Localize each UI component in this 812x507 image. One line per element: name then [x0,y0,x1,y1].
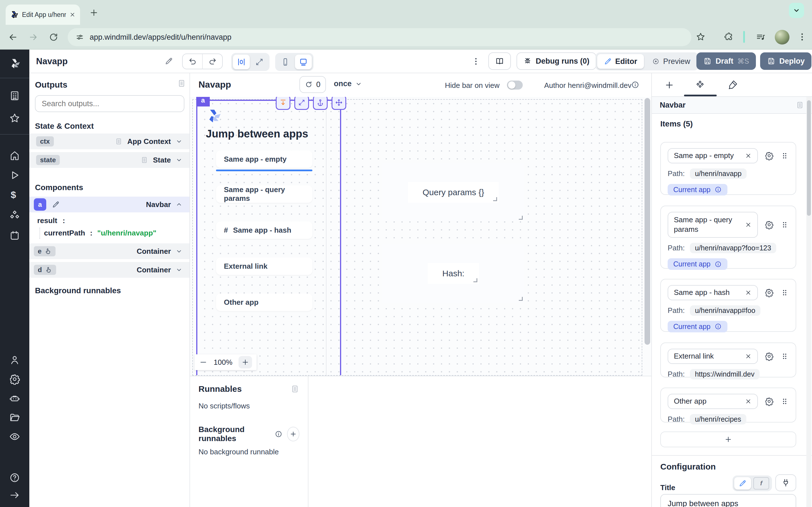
folders-icon[interactable] [9,412,20,423]
extensions-icon[interactable] [724,32,733,42]
item-label-input[interactable]: External link [668,349,758,364]
resize-corner[interactable] [519,216,523,220]
item-label-input[interactable]: Same app - empty [668,148,758,163]
static-mode-pencil-icon[interactable] [734,477,751,490]
windmill-logo-icon[interactable] [9,57,21,72]
item-settings-gear-icon[interactable] [765,397,774,406]
home-icon[interactable] [9,150,20,161]
settings-gear-icon[interactable] [9,374,20,385]
collapse-panel-doc-icon[interactable] [290,385,299,393]
hash-container[interactable]: Hash: [382,244,524,302]
nav-item-hash[interactable]: # Same app - hash [216,221,312,239]
drag-handle-icon[interactable] [780,352,789,360]
add-item-button[interactable] [660,432,796,447]
zoom-in-button[interactable] [239,356,252,369]
favorites-star-icon[interactable] [9,113,20,124]
info-icon[interactable] [714,186,722,193]
panel-scrollbar-thumb[interactable] [807,100,811,216]
anchor-handle-icon[interactable] [313,97,327,110]
ctx-row[interactable]: ctx App Context [29,133,190,149]
draft-button[interactable]: Draft ⌘S [696,52,756,70]
tab-search-button[interactable] [789,3,804,18]
resize-corner[interactable] [493,197,497,201]
item-label-input[interactable]: Other app [668,394,758,409]
result-key-row[interactable]: result : [37,216,65,225]
resources-cubes-icon[interactable] [9,210,20,221]
nav-item-query-params[interactable]: Same app - query params [216,185,312,203]
code-mode-f-button[interactable]: f [753,477,769,490]
author-info-icon[interactable] [631,80,640,89]
zoom-out-button[interactable] [199,358,207,367]
help-icon[interactable] [9,472,20,483]
item-settings-gear-icon[interactable] [765,220,774,229]
reload-button[interactable] [49,32,59,42]
info-icon[interactable] [714,261,722,268]
move-handle-icon[interactable] [332,97,346,110]
centered-layout-button[interactable] [233,55,250,69]
deploy-button[interactable]: Deploy [760,52,811,70]
forward-button[interactable] [28,32,38,42]
canvas-scrollbar[interactable] [645,98,650,345]
current-path-row[interactable]: currentPath : "u/henri/navapp" [44,229,156,237]
variables-dollar-icon[interactable]: $ [11,189,16,200]
back-button[interactable] [8,32,18,42]
collapse-panel-doc-icon[interactable] [796,101,804,109]
styling-tab-brush-icon[interactable] [727,79,738,90]
workspace-icon[interactable] [9,90,20,101]
site-info-icon[interactable] [75,33,84,41]
users-icon[interactable] [9,354,20,365]
title-value-input[interactable] [660,494,796,507]
docs-book-button[interactable] [488,52,511,70]
item-label-input[interactable]: Same app - query params [668,212,758,238]
tab-editor[interactable]: Editor [597,54,644,69]
chevron-down-icon[interactable] [175,247,183,255]
avatar[interactable] [775,30,790,45]
audit-eye-icon[interactable] [9,431,20,442]
drag-handle-icon[interactable] [780,288,789,297]
clear-x-icon[interactable] [745,152,752,159]
state-row[interactable]: state State [29,152,190,168]
item-settings-gear-icon[interactable] [765,288,774,297]
info-icon[interactable] [274,430,283,438]
tab-close-icon[interactable] [69,11,75,18]
settings-tab-diamonds-icon[interactable] [695,79,705,90]
nav-item-external-link[interactable]: External link [216,258,312,275]
media-controls-icon[interactable] [756,32,766,42]
connect-plug-button[interactable] [775,474,796,491]
bookmark-star-icon[interactable] [696,32,705,42]
browser-menu-icon[interactable] [797,32,807,42]
expand-handle-icon[interactable] [294,97,309,110]
component-row-navbar[interactable]: a Navbar [29,196,190,212]
rename-pencil-icon[interactable] [165,57,173,65]
tab-preview[interactable]: Preview [645,54,697,69]
drag-handle-icon[interactable] [780,152,789,160]
clear-x-icon[interactable] [745,353,752,360]
canvas-area[interactable]: a Jump between apps Same app - empty Sam… [190,97,651,376]
drag-handle-icon[interactable] [780,221,789,229]
nav-item-same-app-empty[interactable]: Same app - empty [216,151,312,168]
workers-robot-icon[interactable] [9,393,20,404]
refresh-mode-dropdown[interactable]: once [334,79,362,88]
hash-text-box[interactable]: Hash: [428,263,479,284]
component-row-container-d[interactable]: d Container [29,262,190,278]
resize-corner[interactable] [519,297,523,301]
chevron-down-icon[interactable] [175,138,183,145]
more-menu-kebab-icon[interactable] [471,57,480,66]
browser-tab[interactable]: Edit App u/henri/navapp | Win [6,4,80,25]
chevron-up-icon[interactable] [175,201,183,208]
new-tab-button[interactable] [89,8,99,17]
clear-x-icon[interactable] [745,398,752,405]
resize-corner[interactable] [473,278,477,282]
search-outputs-input[interactable] [35,95,185,112]
undo-button[interactable] [183,54,203,69]
collapse-panel-doc-icon[interactable] [177,79,186,88]
desktop-view-button[interactable] [295,55,312,69]
chevron-down-icon[interactable] [175,266,183,274]
info-icon[interactable] [714,323,722,330]
expand-rail-arrow-icon[interactable] [9,490,20,501]
clear-x-icon[interactable] [745,221,752,228]
hide-bar-toggle[interactable] [507,80,523,90]
address-bar[interactable]: app.windmill.dev/apps/edit/u/henri/navap… [68,28,691,46]
item-label-input[interactable]: Same app - hash [668,285,758,300]
redo-button[interactable] [203,54,222,69]
